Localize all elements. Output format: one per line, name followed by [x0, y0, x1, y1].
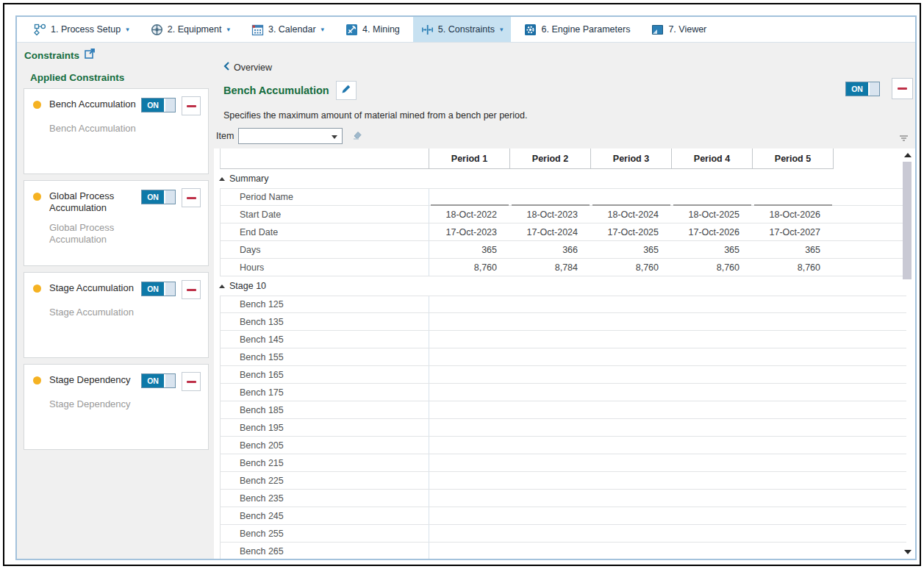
value-cell[interactable]	[429, 331, 510, 348]
value-cell[interactable]	[672, 525, 753, 542]
value-cell[interactable]: 365	[429, 241, 510, 258]
value-cell[interactable]	[672, 348, 753, 365]
remove-constraint-button[interactable]	[892, 78, 913, 99]
value-cell[interactable]	[672, 366, 753, 383]
constraint-card-global-process-accumulation[interactable]: Global Process AccumulationONGlobal Proc…	[24, 180, 209, 266]
header-cell-period-3[interactable]: Period 3	[591, 148, 672, 168]
remove-card-button[interactable]	[182, 372, 201, 391]
value-cell[interactable]	[510, 401, 591, 418]
value-cell[interactable]	[591, 543, 672, 559]
value-cell[interactable]	[429, 472, 510, 489]
remove-card-button[interactable]	[182, 188, 201, 207]
group-row-summary[interactable]: Summary	[214, 169, 915, 188]
value-cell[interactable]: 8,760	[591, 259, 672, 276]
value-cell[interactable]: 18-Oct-2022	[429, 206, 510, 223]
value-cell[interactable]	[510, 348, 591, 365]
overview-back-link[interactable]: Overview	[223, 62, 272, 73]
remove-card-button[interactable]	[182, 280, 201, 299]
value-cell[interactable]	[510, 331, 591, 348]
value-cell[interactable]	[753, 296, 834, 312]
value-cell[interactable]	[510, 366, 591, 383]
value-cell[interactable]	[591, 525, 672, 542]
value-cell[interactable]	[429, 454, 510, 471]
value-cell[interactable]	[429, 543, 510, 559]
value-cell[interactable]	[510, 490, 591, 507]
value-cell[interactable]: 8,760	[429, 259, 510, 276]
tab-viewer[interactable]: 7. Viewer	[643, 17, 715, 42]
value-cell[interactable]: 17-Oct-2026	[672, 223, 753, 240]
value-cell[interactable]	[672, 507, 753, 524]
value-cell[interactable]	[510, 384, 591, 401]
value-cell[interactable]: 18-Oct-2023	[510, 206, 591, 223]
value-cell[interactable]	[429, 401, 510, 418]
constraint-card-stage-accumulation[interactable]: Stage AccumulationONStage Accumulation	[24, 272, 209, 358]
tab-process-setup[interactable]: 1. Process Setup▾	[26, 17, 137, 42]
filter-icon[interactable]	[900, 135, 908, 141]
value-cell[interactable]	[753, 525, 834, 542]
value-cell[interactable]: 17-Oct-2027	[753, 223, 834, 240]
value-cell[interactable]	[510, 313, 591, 330]
value-cell[interactable]	[672, 437, 753, 454]
value-cell[interactable]	[672, 419, 753, 436]
tab-engine-parameters[interactable]: 6. Engine Parameters	[516, 17, 638, 42]
remove-card-button[interactable]	[182, 96, 201, 115]
value-cell[interactable]	[591, 401, 672, 418]
value-cell[interactable]: 17-Oct-2024	[510, 223, 591, 240]
value-cell[interactable]	[591, 419, 672, 436]
value-cell[interactable]	[591, 313, 672, 330]
constraint-on-toggle[interactable]: ON	[845, 82, 880, 96]
header-cell-period-2[interactable]: Period 2	[510, 148, 591, 168]
value-cell[interactable]	[591, 331, 672, 348]
value-cell[interactable]	[753, 454, 834, 471]
value-cell[interactable]	[510, 507, 591, 524]
value-cell[interactable]	[429, 384, 510, 401]
value-cell[interactable]: 365	[672, 241, 753, 258]
value-cell[interactable]: 18-Oct-2026	[753, 206, 834, 223]
value-cell[interactable]: 8,760	[672, 259, 753, 276]
value-cell[interactable]	[429, 525, 510, 542]
value-cell[interactable]	[672, 384, 753, 401]
tab-constraints[interactable]: 5. Constraints▾	[413, 17, 512, 42]
value-cell[interactable]	[672, 543, 753, 559]
value-cell[interactable]	[753, 437, 834, 454]
value-cell[interactable]	[753, 366, 834, 383]
value-cell[interactable]	[429, 296, 510, 312]
value-cell[interactable]	[591, 384, 672, 401]
card-on-toggle[interactable]: ON	[141, 282, 176, 296]
card-on-toggle[interactable]: ON	[141, 98, 176, 112]
value-cell[interactable]	[672, 313, 753, 330]
value-cell[interactable]	[591, 296, 672, 312]
value-cell[interactable]	[429, 366, 510, 383]
value-cell[interactable]	[510, 419, 591, 436]
collapse-triangle-icon[interactable]	[219, 177, 225, 181]
value-cell[interactable]	[672, 490, 753, 507]
value-cell[interactable]	[672, 454, 753, 471]
tab-equipment[interactable]: 2. Equipment▾	[143, 17, 238, 42]
value-cell[interactable]	[510, 437, 591, 454]
value-cell[interactable]	[753, 472, 834, 489]
value-cell[interactable]	[753, 348, 834, 365]
value-cell[interactable]: 366	[510, 241, 591, 258]
tab-calendar[interactable]: 3. Calendar▾	[243, 17, 332, 42]
value-cell[interactable]	[429, 189, 510, 205]
value-cell[interactable]: 17-Oct-2025	[591, 223, 672, 240]
value-cell[interactable]	[510, 472, 591, 489]
value-cell[interactable]: 8,784	[510, 259, 591, 276]
value-cell[interactable]	[753, 543, 834, 559]
value-cell[interactable]	[753, 313, 834, 330]
value-cell[interactable]	[591, 490, 672, 507]
clear-item-icon[interactable]	[351, 129, 363, 143]
tab-mining[interactable]: 4. Mining	[337, 17, 408, 42]
value-cell[interactable]: 17-Oct-2023	[429, 223, 510, 240]
header-cell-period-4[interactable]: Period 4	[672, 148, 753, 168]
card-on-toggle[interactable]: ON	[141, 373, 176, 388]
value-cell[interactable]	[510, 189, 591, 205]
value-cell[interactable]	[753, 419, 834, 436]
value-cell[interactable]	[591, 366, 672, 383]
value-cell[interactable]	[753, 507, 834, 524]
constraint-card-stage-dependency[interactable]: Stage DependencyONStage Dependency	[24, 364, 209, 450]
open-external-icon[interactable]	[85, 49, 95, 62]
value-cell[interactable]	[429, 507, 510, 524]
value-cell[interactable]	[591, 348, 672, 365]
value-cell[interactable]	[591, 507, 672, 524]
